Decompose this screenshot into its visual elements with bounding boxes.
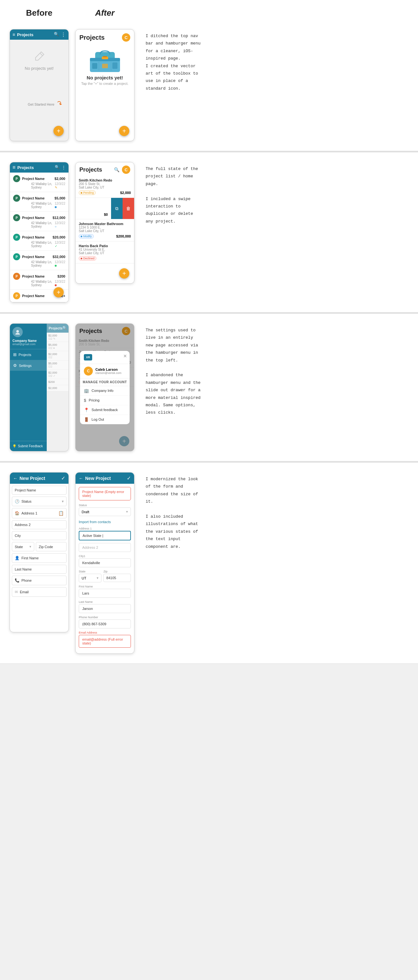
submit-feedback-btn[interactable]: 💡 Submit Feedback xyxy=(10,441,47,451)
gear-icon: ⚙ xyxy=(13,363,17,368)
check-icon-2[interactable]: ✓ xyxy=(127,475,131,481)
before-nav-title-2: Projects xyxy=(17,165,55,170)
feedback-icon: 📍 xyxy=(84,407,89,412)
before-fab-1[interactable]: + xyxy=(54,126,64,136)
close-icon[interactable]: ✕ xyxy=(123,353,127,359)
table-row[interactable]: P Project Name $32,000 42 Wallaby Ln, Sy… xyxy=(10,251,68,270)
before-phone-2: ≡ Projects 🔍 ⋮ P Project Name $2,000 xyxy=(10,162,69,302)
pencil-icon-large xyxy=(32,49,46,64)
back-arrow-icon-2[interactable]: ← xyxy=(79,476,83,481)
after-fab-2[interactable]: + xyxy=(119,268,129,278)
table-row[interactable]: P Project Name $20,000 42 Wallaby Ln, Sy… xyxy=(10,231,68,251)
manage-account-btn[interactable]: MANAGE YOUR ACCOUNT xyxy=(80,378,130,386)
after-form: Project Name (Empty error state) Status … xyxy=(76,484,134,654)
city-field[interactable]: City xyxy=(12,531,67,540)
phone-field[interactable]: 📞 Phone xyxy=(12,576,67,585)
table-row[interactable]: P Project Name $200 42 Wallaby Ln, Sydne… xyxy=(10,270,68,290)
section2-row: ≡ Projects 🔍 ⋮ P Project Name $2,000 xyxy=(0,151,418,312)
search-icon-2[interactable]: 🔍 xyxy=(55,165,60,170)
last-name-field[interactable]: Last Name xyxy=(12,565,67,574)
project-name-field[interactable]: Project Name xyxy=(12,486,67,495)
before-new-proj-nav: ← New Project ✓ xyxy=(10,473,68,484)
modal-pricing[interactable]: $ Pricing xyxy=(80,396,130,405)
more-icon-2[interactable]: ⋮ xyxy=(62,165,66,170)
after-proj-title-2: Projects xyxy=(79,167,102,173)
search-icon-after-2[interactable]: 🔍 xyxy=(114,167,119,172)
email-label: Email xyxy=(20,590,29,594)
state-label: State xyxy=(15,545,23,549)
modal-user-email: clarson@verisk.com xyxy=(95,371,121,375)
drawer-menu: ⊞ Projects ⚙ Settings xyxy=(10,349,47,371)
back-arrow-icon[interactable]: ← xyxy=(13,476,17,481)
check-icon[interactable]: ✓ xyxy=(61,475,65,481)
hamburger-icon[interactable]: ≡ xyxy=(13,32,15,37)
before-fab-2[interactable]: + xyxy=(54,287,64,298)
section1-row: ≡ Projects 🔍 ⋮ No projects yet! Get Star… xyxy=(0,19,418,151)
import-contacts-link[interactable]: Import from contacts xyxy=(79,519,131,524)
status-field[interactable]: 🕐 Status ▾ xyxy=(12,496,67,506)
sidebar-item-projects[interactable]: ⊞ Projects xyxy=(10,349,47,360)
address2-field[interactable]: Address 2 xyxy=(12,520,67,529)
after-phone-2: Projects 🔍 C Smith Kitchen Redo 200 S St… xyxy=(75,162,134,302)
status-label: Status xyxy=(21,500,31,503)
section4-description: I modernized the look of the form and co… xyxy=(146,472,408,654)
list-item[interactable]: Smith Kitchen Redo 200 S State St, Salt … xyxy=(76,176,134,198)
last-name-after-field[interactable]: Last Name Jarson xyxy=(79,600,131,613)
after-col-header: After xyxy=(75,8,134,18)
before-nav-1: ≡ Projects 🔍 ⋮ xyxy=(10,29,68,40)
email-error-field[interactable]: Email Address email@address (Full error … xyxy=(79,631,131,648)
dollar-icon: $ xyxy=(84,398,86,403)
city-after-field[interactable]: City1 Kendallville xyxy=(79,555,131,567)
section2-desc-text: The full state of the project list / hom… xyxy=(146,165,408,225)
more-icon[interactable]: ⋮ xyxy=(61,32,66,38)
list-item-swipe[interactable]: er Heater E, City, UT $0 ⧉ 🗑 xyxy=(76,198,134,219)
modal-company-info[interactable]: 🏢 Company Info xyxy=(80,386,130,396)
user-avatar-1[interactable]: C xyxy=(122,33,130,41)
email-field[interactable]: ✉ Email xyxy=(12,587,67,597)
after-fab-1[interactable]: + xyxy=(119,126,129,136)
swipe-delete-btn[interactable]: 🗑 xyxy=(122,198,134,219)
address2-after-field[interactable]: Address 2 xyxy=(79,543,131,552)
address1-active-field[interactable]: Address 1 Active State | xyxy=(79,527,131,541)
company-icon: 🏢 xyxy=(84,388,89,393)
modal-header: XR ✕ xyxy=(80,351,130,364)
first-name-after-field[interactable]: First Name Lars xyxy=(79,585,131,598)
modal-avatar: C xyxy=(84,367,93,375)
hamburger-icon-2[interactable]: ≡ xyxy=(13,165,15,170)
after-new-proj-nav: ← New Project ✓ xyxy=(76,473,134,484)
before-col-header: Before xyxy=(10,8,69,18)
phone-after-field[interactable]: Phone Number (800) 867-5309 xyxy=(79,616,131,628)
phone-label: Phone xyxy=(21,579,32,582)
sidebar-item-settings[interactable]: ⚙ Settings xyxy=(10,360,47,371)
list-item[interactable]: Johnson Master Bathroom 1234 S 1000 E, S… xyxy=(76,219,134,242)
sidebar-drawer: Company Name email@gmail.com ⊞ Projects … xyxy=(10,324,47,451)
state-after-field[interactable]: State UT ▾ xyxy=(79,570,102,582)
before-phone-1: ≡ Projects 🔍 ⋮ No projects yet! Get Star… xyxy=(10,29,69,141)
user-avatar-2[interactable]: C xyxy=(122,165,130,174)
first-name-field[interactable]: 👤 First Name xyxy=(12,553,67,563)
table-row[interactable]: P Project Name $12,000 42 Wallaby Ln, Sy… xyxy=(10,212,68,231)
projects-icon: ⊞ xyxy=(13,352,17,357)
zip-after-field[interactable]: Zip 84105 xyxy=(103,570,131,582)
modal-submit-feedback[interactable]: 📍 Submit feedback xyxy=(80,405,130,415)
search-icon[interactable]: 🔍 xyxy=(54,32,59,38)
clock-icon: 🕐 xyxy=(15,499,19,504)
zip-field[interactable]: Zip Code xyxy=(36,542,67,551)
section3-description: The settings used to live in an entirely… xyxy=(146,323,408,452)
table-row[interactable]: P Project Name $5,000 42 Wallaby Ln, Syd… xyxy=(10,192,68,212)
swipe-copy-btn[interactable]: ⧉ xyxy=(111,198,122,219)
state-field[interactable]: State ▾ xyxy=(12,542,34,551)
section2-description: The full state of the project list / hom… xyxy=(146,162,408,302)
list-item[interactable]: Harris Back Patio 41 University St E, Sa… xyxy=(76,242,134,264)
chevron-down-icon: ▾ xyxy=(62,499,64,504)
svg-rect-7 xyxy=(102,64,108,68)
after-project-list-2: Smith Kitchen Redo 200 S State St, Salt … xyxy=(76,176,134,264)
table-row[interactable]: P Project Name $2,000 42 Wallaby Ln, Syd… xyxy=(10,173,68,192)
home-icon: 🏠 xyxy=(15,511,19,515)
status-select-field[interactable]: Status Draft ▾ xyxy=(79,504,131,516)
before-form: Project Name 🕐 Status ▾ 🏠 Address 1 📋 Ad… xyxy=(10,484,68,601)
modal-logout[interactable]: 🚪 Log Out xyxy=(80,415,130,424)
main-content-behind: Projects 🔍 ⋮ $2,000/22 ✎ $5,000/22 ● $2,… xyxy=(47,324,68,451)
address1-field[interactable]: 🏠 Address 1 📋 xyxy=(12,508,67,518)
project-name-error-field[interactable]: Project Name (Empty error state) xyxy=(79,487,131,500)
